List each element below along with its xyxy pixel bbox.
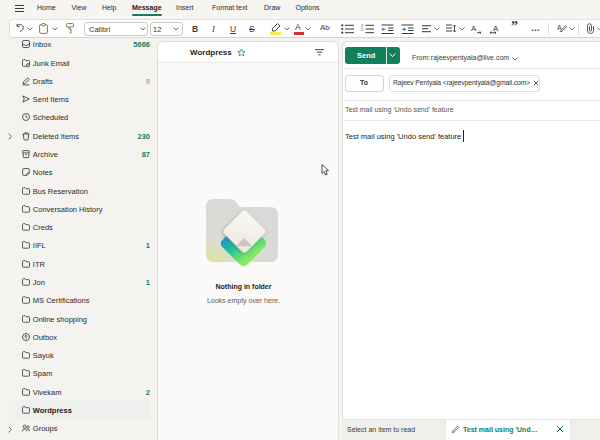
svg-text:2: 2 — [361, 27, 364, 32]
svg-text:A: A — [471, 24, 477, 33]
svg-text:A: A — [493, 24, 499, 33]
